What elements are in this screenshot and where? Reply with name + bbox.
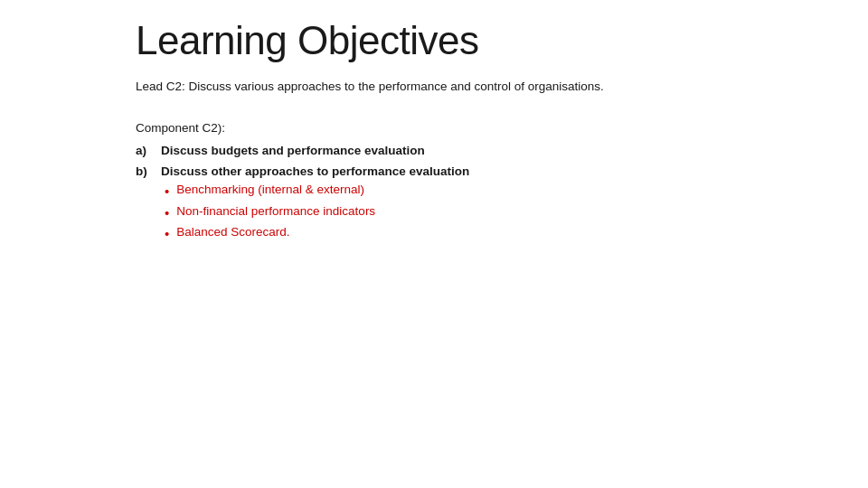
item-key-b: b) <box>136 164 161 178</box>
item-content-a: Discuss budgets and performance evaluati… <box>161 144 732 157</box>
bullet-icon: • <box>165 204 169 222</box>
sub-list-item: • Non-financial performance indicators <box>165 204 732 222</box>
lead-text: Lead C2: Discuss various approaches to t… <box>136 78 732 96</box>
objectives-list: a) Discuss budgets and performance evalu… <box>136 144 732 247</box>
page: Learning Objectives Lead C2: Discuss var… <box>0 0 868 488</box>
component-label: Component C2): <box>136 121 732 135</box>
item-text-a: Discuss budgets and performance evaluati… <box>161 144 425 157</box>
bullet-icon: • <box>165 225 169 243</box>
sub-list-item: • Benchmarking (internal & external) <box>165 183 732 201</box>
sub-item-3: Balanced Scorecard. <box>176 225 289 239</box>
sub-list: • Benchmarking (internal & external) • N… <box>161 183 732 243</box>
page-title: Learning Objectives <box>136 18 732 63</box>
item-content-b: Discuss other approaches to performance … <box>161 164 732 247</box>
list-item: b) Discuss other approaches to performan… <box>136 164 732 247</box>
list-item: a) Discuss budgets and performance evalu… <box>136 144 732 157</box>
sub-list-item: • Balanced Scorecard. <box>165 225 732 243</box>
bullet-icon: • <box>165 183 169 201</box>
sub-item-1: Benchmarking (internal & external) <box>176 183 364 196</box>
item-key-a: a) <box>136 144 161 157</box>
sub-item-2: Non-financial performance indicators <box>176 204 375 218</box>
item-text-b: Discuss other approaches to performance … <box>161 164 469 178</box>
